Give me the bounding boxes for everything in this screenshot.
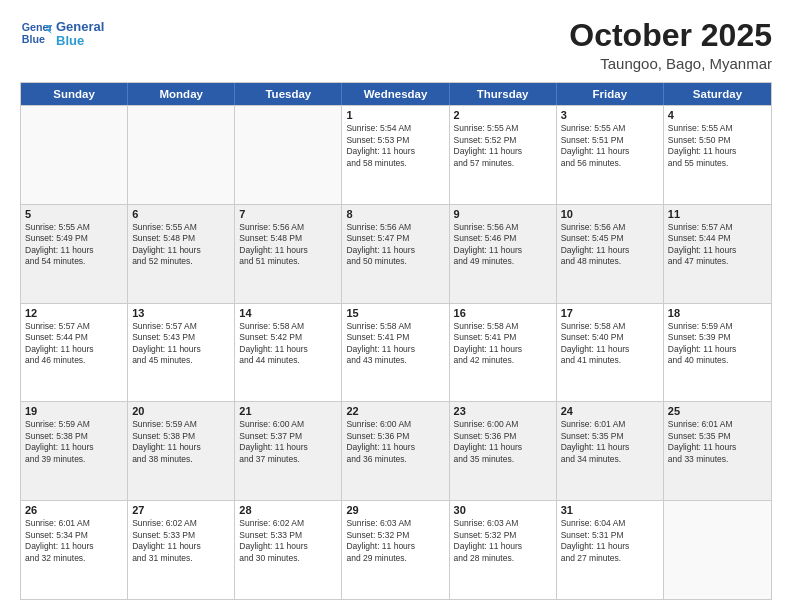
day-cell-13: 13Sunrise: 5:57 AM Sunset: 5:43 PM Dayli…	[128, 304, 235, 402]
day-info: Sunrise: 5:55 AM Sunset: 5:52 PM Dayligh…	[454, 123, 552, 169]
svg-text:Blue: Blue	[22, 33, 45, 45]
day-info: Sunrise: 5:57 AM Sunset: 5:44 PM Dayligh…	[25, 321, 123, 367]
day-number: 11	[668, 208, 767, 220]
day-number: 18	[668, 307, 767, 319]
day-cell-9: 9Sunrise: 5:56 AM Sunset: 5:46 PM Daylig…	[450, 205, 557, 303]
day-info: Sunrise: 5:58 AM Sunset: 5:41 PM Dayligh…	[346, 321, 444, 367]
day-cell-2: 2Sunrise: 5:55 AM Sunset: 5:52 PM Daylig…	[450, 106, 557, 204]
day-info: Sunrise: 6:00 AM Sunset: 5:36 PM Dayligh…	[454, 419, 552, 465]
day-number: 24	[561, 405, 659, 417]
day-number: 26	[25, 504, 123, 516]
svg-text:General: General	[22, 21, 52, 33]
empty-cell	[235, 106, 342, 204]
day-number: 8	[346, 208, 444, 220]
day-info: Sunrise: 5:56 AM Sunset: 5:46 PM Dayligh…	[454, 222, 552, 268]
day-info: Sunrise: 6:02 AM Sunset: 5:33 PM Dayligh…	[239, 518, 337, 564]
day-info: Sunrise: 5:56 AM Sunset: 5:47 PM Dayligh…	[346, 222, 444, 268]
header: General Blue General Blue October 2025 T…	[20, 18, 772, 72]
day-info: Sunrise: 6:04 AM Sunset: 5:31 PM Dayligh…	[561, 518, 659, 564]
day-cell-22: 22Sunrise: 6:00 AM Sunset: 5:36 PM Dayli…	[342, 402, 449, 500]
weekday-header-sunday: Sunday	[21, 83, 128, 105]
week-row-4: 19Sunrise: 5:59 AM Sunset: 5:38 PM Dayli…	[21, 401, 771, 500]
day-number: 7	[239, 208, 337, 220]
logo-icon: General Blue	[20, 18, 52, 50]
day-number: 22	[346, 405, 444, 417]
day-info: Sunrise: 5:58 AM Sunset: 5:41 PM Dayligh…	[454, 321, 552, 367]
day-cell-8: 8Sunrise: 5:56 AM Sunset: 5:47 PM Daylig…	[342, 205, 449, 303]
day-info: Sunrise: 5:56 AM Sunset: 5:45 PM Dayligh…	[561, 222, 659, 268]
day-cell-16: 16Sunrise: 5:58 AM Sunset: 5:41 PM Dayli…	[450, 304, 557, 402]
day-cell-23: 23Sunrise: 6:00 AM Sunset: 5:36 PM Dayli…	[450, 402, 557, 500]
day-info: Sunrise: 6:01 AM Sunset: 5:35 PM Dayligh…	[561, 419, 659, 465]
day-number: 15	[346, 307, 444, 319]
day-number: 19	[25, 405, 123, 417]
week-row-3: 12Sunrise: 5:57 AM Sunset: 5:44 PM Dayli…	[21, 303, 771, 402]
day-number: 16	[454, 307, 552, 319]
empty-cell	[128, 106, 235, 204]
day-cell-26: 26Sunrise: 6:01 AM Sunset: 5:34 PM Dayli…	[21, 501, 128, 599]
empty-cell	[664, 501, 771, 599]
day-number: 4	[668, 109, 767, 121]
day-number: 6	[132, 208, 230, 220]
day-info: Sunrise: 5:58 AM Sunset: 5:40 PM Dayligh…	[561, 321, 659, 367]
day-info: Sunrise: 5:59 AM Sunset: 5:38 PM Dayligh…	[132, 419, 230, 465]
day-cell-17: 17Sunrise: 5:58 AM Sunset: 5:40 PM Dayli…	[557, 304, 664, 402]
day-cell-4: 4Sunrise: 5:55 AM Sunset: 5:50 PM Daylig…	[664, 106, 771, 204]
day-number: 3	[561, 109, 659, 121]
day-cell-20: 20Sunrise: 5:59 AM Sunset: 5:38 PM Dayli…	[128, 402, 235, 500]
week-row-1: 1Sunrise: 5:54 AM Sunset: 5:53 PM Daylig…	[21, 105, 771, 204]
day-cell-12: 12Sunrise: 5:57 AM Sunset: 5:44 PM Dayli…	[21, 304, 128, 402]
day-info: Sunrise: 5:56 AM Sunset: 5:48 PM Dayligh…	[239, 222, 337, 268]
day-info: Sunrise: 5:55 AM Sunset: 5:48 PM Dayligh…	[132, 222, 230, 268]
day-number: 25	[668, 405, 767, 417]
logo-line2: Blue	[56, 34, 104, 48]
day-number: 30	[454, 504, 552, 516]
day-info: Sunrise: 5:59 AM Sunset: 5:39 PM Dayligh…	[668, 321, 767, 367]
title-block: October 2025 Taungoo, Bago, Myanmar	[569, 18, 772, 72]
day-number: 23	[454, 405, 552, 417]
logo-line1: General	[56, 20, 104, 34]
day-number: 28	[239, 504, 337, 516]
day-cell-15: 15Sunrise: 5:58 AM Sunset: 5:41 PM Dayli…	[342, 304, 449, 402]
day-info: Sunrise: 5:55 AM Sunset: 5:50 PM Dayligh…	[668, 123, 767, 169]
day-cell-5: 5Sunrise: 5:55 AM Sunset: 5:49 PM Daylig…	[21, 205, 128, 303]
day-cell-1: 1Sunrise: 5:54 AM Sunset: 5:53 PM Daylig…	[342, 106, 449, 204]
day-number: 14	[239, 307, 337, 319]
day-cell-11: 11Sunrise: 5:57 AM Sunset: 5:44 PM Dayli…	[664, 205, 771, 303]
day-cell-6: 6Sunrise: 5:55 AM Sunset: 5:48 PM Daylig…	[128, 205, 235, 303]
day-info: Sunrise: 6:00 AM Sunset: 5:36 PM Dayligh…	[346, 419, 444, 465]
day-number: 9	[454, 208, 552, 220]
day-info: Sunrise: 5:59 AM Sunset: 5:38 PM Dayligh…	[25, 419, 123, 465]
day-cell-25: 25Sunrise: 6:01 AM Sunset: 5:35 PM Dayli…	[664, 402, 771, 500]
day-cell-18: 18Sunrise: 5:59 AM Sunset: 5:39 PM Dayli…	[664, 304, 771, 402]
day-info: Sunrise: 5:55 AM Sunset: 5:49 PM Dayligh…	[25, 222, 123, 268]
day-cell-31: 31Sunrise: 6:04 AM Sunset: 5:31 PM Dayli…	[557, 501, 664, 599]
weekday-header-thursday: Thursday	[450, 83, 557, 105]
day-number: 13	[132, 307, 230, 319]
day-info: Sunrise: 6:01 AM Sunset: 5:34 PM Dayligh…	[25, 518, 123, 564]
day-number: 31	[561, 504, 659, 516]
day-number: 10	[561, 208, 659, 220]
calendar-subtitle: Taungoo, Bago, Myanmar	[569, 55, 772, 72]
day-info: Sunrise: 6:01 AM Sunset: 5:35 PM Dayligh…	[668, 419, 767, 465]
day-cell-10: 10Sunrise: 5:56 AM Sunset: 5:45 PM Dayli…	[557, 205, 664, 303]
day-info: Sunrise: 6:03 AM Sunset: 5:32 PM Dayligh…	[454, 518, 552, 564]
day-info: Sunrise: 5:54 AM Sunset: 5:53 PM Dayligh…	[346, 123, 444, 169]
weekday-header-tuesday: Tuesday	[235, 83, 342, 105]
day-cell-7: 7Sunrise: 5:56 AM Sunset: 5:48 PM Daylig…	[235, 205, 342, 303]
weekday-header-monday: Monday	[128, 83, 235, 105]
day-cell-19: 19Sunrise: 5:59 AM Sunset: 5:38 PM Dayli…	[21, 402, 128, 500]
day-info: Sunrise: 5:57 AM Sunset: 5:43 PM Dayligh…	[132, 321, 230, 367]
weekday-header-wednesday: Wednesday	[342, 83, 449, 105]
day-info: Sunrise: 6:00 AM Sunset: 5:37 PM Dayligh…	[239, 419, 337, 465]
week-row-2: 5Sunrise: 5:55 AM Sunset: 5:49 PM Daylig…	[21, 204, 771, 303]
empty-cell	[21, 106, 128, 204]
day-number: 20	[132, 405, 230, 417]
day-number: 12	[25, 307, 123, 319]
day-cell-27: 27Sunrise: 6:02 AM Sunset: 5:33 PM Dayli…	[128, 501, 235, 599]
day-number: 5	[25, 208, 123, 220]
day-cell-24: 24Sunrise: 6:01 AM Sunset: 5:35 PM Dayli…	[557, 402, 664, 500]
day-cell-28: 28Sunrise: 6:02 AM Sunset: 5:33 PM Dayli…	[235, 501, 342, 599]
day-number: 29	[346, 504, 444, 516]
day-number: 2	[454, 109, 552, 121]
